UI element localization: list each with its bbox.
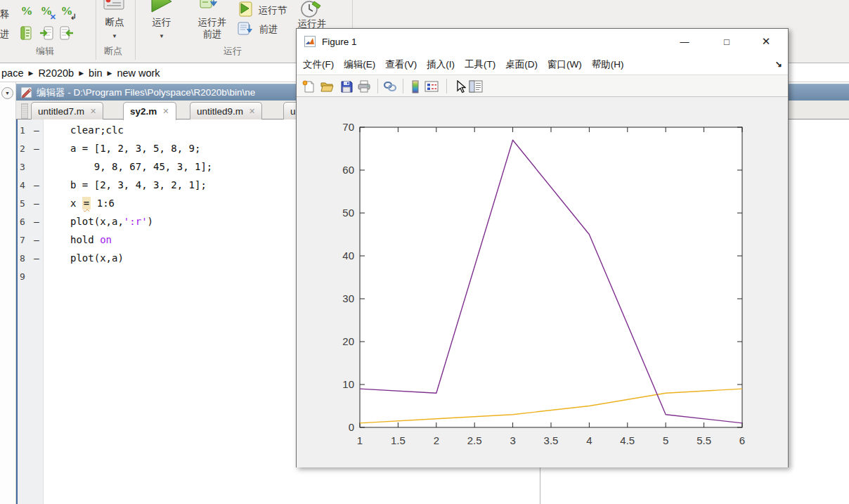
figure-window-title: Figure 1 xyxy=(322,37,357,47)
close-tab-icon[interactable]: ✕ xyxy=(249,107,255,116)
svg-text:70: 70 xyxy=(342,121,354,133)
wrap-comments-icon[interactable]: % ↲ xyxy=(58,4,75,21)
svg-text:4.5: 4.5 xyxy=(620,434,635,446)
new-figure-icon[interactable] xyxy=(301,79,316,94)
run-and-advance-button[interactable]: 运行并 xyxy=(191,16,233,29)
svg-text:30: 30 xyxy=(342,292,354,304)
run-caret-icon[interactable]: ▼ xyxy=(144,33,179,39)
run-section-icon xyxy=(238,1,253,17)
close-tab-icon[interactable]: ✕ xyxy=(162,107,169,116)
tab-untitled9[interactable]: untitled9.m ✕ xyxy=(190,102,262,119)
open-file-icon[interactable] xyxy=(319,79,335,94)
save-figure-icon[interactable] xyxy=(339,79,354,94)
matlab-desktop: 释 进 % % ✕ % ↲ xyxy=(0,0,849,504)
menu-file[interactable]: 文件(F) xyxy=(303,58,334,71)
lint-warning-highlight: = xyxy=(82,197,91,209)
breadcrumb-item[interactable]: R2020b xyxy=(38,67,74,79)
panel-collapse-icon[interactable]: ▼ xyxy=(1,87,13,99)
menu-help[interactable]: 帮助(H) xyxy=(592,58,624,71)
svg-text:3: 3 xyxy=(510,434,515,446)
run-and-advance-icon xyxy=(200,0,218,10)
breadcrumb-arrow-icon: ▶ xyxy=(79,70,84,77)
toolbar-separator xyxy=(403,79,403,93)
svg-text:20: 20 xyxy=(342,335,354,347)
property-inspector-icon[interactable] xyxy=(468,79,484,94)
close-button[interactable]: ✕ xyxy=(757,33,775,50)
breadcrumb-item[interactable]: pace xyxy=(1,67,23,79)
run-and-advance-button-line2[interactable]: 前进 xyxy=(191,28,233,41)
group-separator xyxy=(135,0,136,60)
comment-icon[interactable]: % xyxy=(18,4,35,21)
menu-desktop[interactable]: 桌面(D) xyxy=(505,58,538,71)
figure-window[interactable]: Figure 1 — □ ✕ 文件(F) 编辑(E) 查看(V) 插入(I) 工… xyxy=(296,28,789,467)
menu-window[interactable]: 窗口(W) xyxy=(547,58,582,71)
collapsed-panel-strip: ▼ xyxy=(0,82,16,504)
editor-sidebar-strip xyxy=(21,103,28,119)
svg-text:6: 6 xyxy=(739,434,745,446)
figure-toolbar xyxy=(297,75,788,97)
menu-insert[interactable]: 插入(I) xyxy=(427,58,455,71)
matlab-figure-icon xyxy=(304,36,316,47)
maximize-button[interactable]: □ xyxy=(718,33,736,50)
toolbar-separator xyxy=(377,79,378,93)
svg-text:5: 5 xyxy=(663,434,668,446)
breadcrumb-item[interactable]: bin xyxy=(89,67,102,79)
insert-colorbar-icon[interactable] xyxy=(408,79,423,94)
figure-titlebar[interactable]: Figure 1 — □ ✕ xyxy=(297,29,788,54)
svg-text:2: 2 xyxy=(434,434,439,446)
svg-text:10: 10 xyxy=(342,378,354,390)
edit-plot-icon[interactable] xyxy=(453,79,468,94)
breakpoints-button[interactable]: 断点 xyxy=(98,16,131,29)
run-button[interactable]: 运行 xyxy=(144,16,179,29)
smart-indent-icon[interactable] xyxy=(20,26,32,41)
print-figure-icon[interactable] xyxy=(356,79,372,94)
svg-text:0: 0 xyxy=(349,421,354,433)
toolbar-separator xyxy=(446,79,447,93)
editor-title: 编辑器 - D:\Program Files\Polyspace\R2020b\… xyxy=(37,86,255,99)
advance-button[interactable]: 前进 xyxy=(254,23,283,36)
menu-view[interactable]: 查看(V) xyxy=(385,58,417,71)
svg-text:2.5: 2.5 xyxy=(467,434,482,446)
menubar-overflow-icon[interactable]: ↘ xyxy=(775,59,782,69)
breadcrumb-arrow-icon: ▶ xyxy=(28,70,33,77)
ribbon-group-edit: 编辑 xyxy=(20,45,70,59)
run-and-time-icon xyxy=(300,0,321,18)
svg-text:5.5: 5.5 xyxy=(696,434,711,446)
figure-menubar: 文件(F) 编辑(E) 查看(V) 插入(I) 工具(T) 桌面(D) 窗口(W… xyxy=(297,54,788,75)
figure-canvas[interactable]: 11.522.533.544.555.56010203040506070 xyxy=(297,97,788,467)
svg-text:3.5: 3.5 xyxy=(544,434,559,446)
run-section-button[interactable]: 运行节 xyxy=(254,4,291,17)
breakpoints-icon xyxy=(103,0,124,10)
comment-group-label-partial: 释 xyxy=(0,8,10,21)
close-tab-icon[interactable]: ✕ xyxy=(90,107,96,116)
tab-sy2[interactable]: sy2.m ✕ xyxy=(123,102,176,120)
ribbon-group-run: 运行 xyxy=(176,45,290,59)
indent-group-label-partial: 进 xyxy=(0,28,10,41)
advance-icon xyxy=(238,21,253,37)
uncomment-icon[interactable]: % ✕ xyxy=(38,4,55,21)
svg-text:40: 40 xyxy=(342,250,354,261)
breadcrumb-item[interactable]: new work xyxy=(117,67,160,79)
menu-edit[interactable]: 编辑(E) xyxy=(344,58,375,71)
svg-text:1: 1 xyxy=(357,434,363,446)
run-icon xyxy=(149,0,174,13)
insert-legend-icon[interactable] xyxy=(424,79,439,94)
figure-plot[interactable]: 11.522.533.544.555.56010203040506070 xyxy=(297,97,788,467)
editor-pencil-icon xyxy=(20,86,32,98)
tab-untitled7[interactable]: untitled7.m ✕ xyxy=(31,102,103,119)
svg-text:50: 50 xyxy=(342,207,354,219)
indent-left-icon[interactable] xyxy=(60,26,74,41)
link-plot-icon[interactable] xyxy=(382,79,398,94)
indent-right-icon[interactable] xyxy=(39,26,53,41)
svg-text:1.5: 1.5 xyxy=(391,434,406,446)
ribbon-group-breakpoints: 断点 xyxy=(91,45,135,59)
breadcrumb-arrow-icon: ▶ xyxy=(107,70,112,77)
breakpoints-caret-icon[interactable]: ▼ xyxy=(98,33,131,39)
minimize-button[interactable]: — xyxy=(675,33,694,50)
menu-tools[interactable]: 工具(T) xyxy=(465,58,495,71)
svg-text:60: 60 xyxy=(342,164,354,176)
svg-text:4: 4 xyxy=(586,434,592,446)
